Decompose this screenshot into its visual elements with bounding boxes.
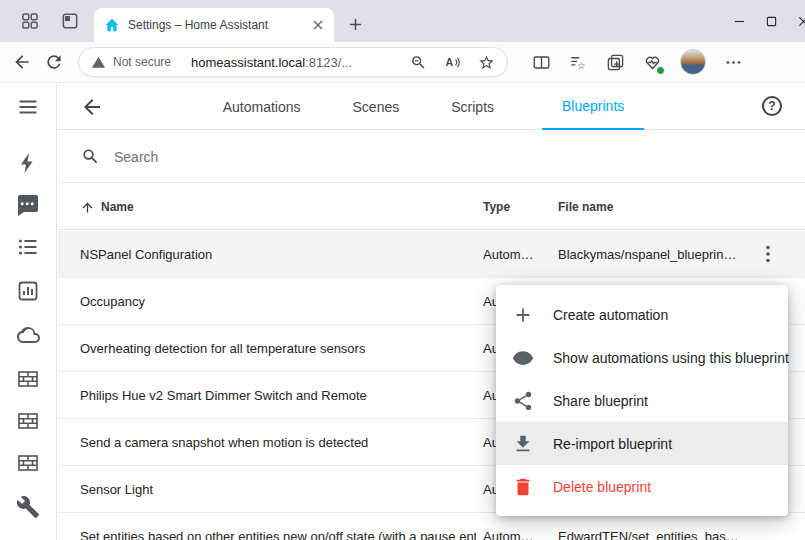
browser-tab[interactable]: Settings – Home Assistant (94, 8, 334, 42)
row-file: EdwardTEN/set_entities_bas… (558, 513, 758, 540)
ha-nav-tabs: Automations Scenes Scripts Blueprints (58, 83, 805, 130)
menu-item-show-automations[interactable]: Show automations using this blueprint (496, 336, 788, 379)
download-icon (512, 433, 534, 455)
browser-essentials-icon[interactable] (643, 53, 662, 72)
tab-actions-icon[interactable] (60, 11, 80, 31)
sort-ascending-icon (80, 200, 95, 215)
search-input[interactable] (114, 149, 434, 165)
row-name: Send a camera snapshot when motion is de… (80, 419, 368, 465)
url-host: homeassistant.local (191, 55, 305, 70)
eye-icon (512, 347, 534, 369)
browser-titlebar: Settings – Home Assistant (0, 0, 805, 42)
search-row (58, 131, 805, 183)
not-secure-warning-icon (91, 55, 106, 70)
url-suffix: :8123/... (305, 55, 352, 70)
wrench-icon[interactable] (16, 495, 40, 519)
row-name: Set entities based on other entities new… (80, 513, 476, 540)
refresh-icon[interactable] (44, 52, 64, 72)
brick-wall-icon[interactable] (16, 367, 40, 391)
row-overflow-menu-icon[interactable] (756, 242, 780, 266)
close-button[interactable] (787, 0, 805, 42)
tab-title: Settings – Home Assistant (128, 18, 302, 32)
new-tab-button[interactable] (346, 15, 365, 34)
blueprint-context-menu: Create automation Show automations using… (496, 285, 788, 516)
row-name: Sensor Light (80, 466, 153, 512)
ha-sidebar (0, 83, 57, 540)
address-bar[interactable]: Not secure homeassistant.local:8123/... … (78, 47, 508, 77)
svg-text:A: A (445, 56, 453, 68)
help-icon[interactable]: ? (762, 96, 782, 116)
menu-item-share-blueprint[interactable]: Share blueprint (496, 379, 788, 422)
home-assistant-app: Automations Scenes Scripts Blueprints ? (0, 83, 805, 540)
browser-navbar: Not secure homeassistant.local:8123/... … (0, 42, 805, 83)
row-name: Philips Hue v2 Smart Dimmer Switch and R… (80, 372, 367, 418)
row-name: NSPanel Configuration (80, 231, 212, 277)
favorites-bar-icon[interactable]: ☆ (569, 53, 588, 72)
workspaces-icon[interactable] (20, 11, 40, 31)
brick-wall-icon[interactable] (16, 451, 40, 475)
menu-item-delete-blueprint[interactable]: Delete blueprint (496, 465, 788, 508)
plus-icon (512, 304, 534, 326)
url-text[interactable]: homeassistant.local:8123/... (191, 55, 352, 70)
favorite-star-icon[interactable] (478, 54, 495, 71)
tab-scenes[interactable]: Scenes (349, 83, 404, 130)
column-header-type[interactable]: Type (483, 184, 510, 230)
lightning-bolt-icon[interactable] (16, 151, 40, 175)
share-icon (512, 390, 534, 412)
column-header-file[interactable]: File name (558, 184, 613, 230)
menu-hamburger-icon[interactable] (16, 95, 40, 119)
brick-wall-icon[interactable] (16, 409, 40, 433)
ha-header: Automations Scenes Scripts Blueprints ? (58, 83, 805, 130)
security-label[interactable]: Not secure (113, 55, 171, 69)
menu-item-reimport-blueprint[interactable]: Re-import blueprint (496, 422, 788, 465)
table-header: Name Type File name (58, 184, 805, 230)
maximize-button[interactable] (755, 0, 787, 42)
menu-item-create-automation[interactable]: Create automation (496, 293, 788, 336)
row-name: Overheating detection for all temperatur… (80, 325, 365, 371)
table-row[interactable]: NSPanel Configuration Autom… Blackymas/n… (58, 231, 805, 278)
row-name: Occupancy (80, 278, 145, 324)
tab-automations[interactable]: Automations (219, 83, 305, 130)
table-row[interactable]: Set entities based on other entities new… (58, 513, 805, 540)
tab-scripts[interactable]: Scripts (447, 83, 498, 130)
read-aloud-icon[interactable]: A (444, 54, 461, 71)
tab-close-icon[interactable] (310, 17, 326, 33)
message-icon[interactable] (16, 193, 40, 217)
settings-more-icon[interactable] (724, 53, 743, 72)
tab-blueprints[interactable]: Blueprints (542, 83, 644, 130)
cloud-icon[interactable] (16, 323, 40, 347)
collections-icon[interactable] (606, 53, 625, 72)
minimize-button[interactable] (723, 0, 755, 42)
row-type: Autom… (483, 231, 555, 277)
search-icon (81, 147, 100, 166)
essentials-status-dot (656, 66, 665, 75)
list-icon[interactable] (16, 235, 40, 259)
bar-chart-icon[interactable] (16, 279, 40, 303)
zoom-out-icon[interactable] (410, 54, 427, 71)
split-screen-icon[interactable] (532, 53, 551, 72)
row-file: Blackymas/nspanel_blueprin… (558, 231, 758, 277)
browser-window: Settings – Home Assistant Not secure hom… (0, 0, 805, 540)
back-icon[interactable] (12, 52, 32, 72)
column-header-name[interactable]: Name (80, 184, 134, 230)
home-assistant-favicon (104, 17, 120, 33)
profile-avatar[interactable] (680, 49, 706, 75)
row-type: Autom… (483, 513, 555, 540)
ha-main: Automations Scenes Scripts Blueprints ? (58, 83, 805, 540)
svg-text:☆: ☆ (577, 59, 586, 70)
trash-icon (512, 476, 534, 498)
